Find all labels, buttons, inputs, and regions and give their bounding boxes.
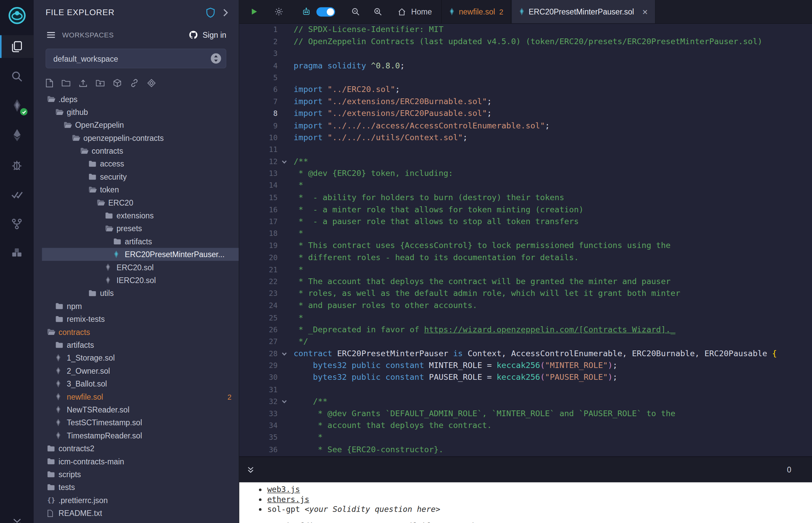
code-line[interactable]: 12/** <box>239 156 812 168</box>
code-line[interactable]: 36 * See {ERC20-constructor}. <box>239 444 812 456</box>
script-config-gear-icon[interactable] <box>274 7 284 17</box>
tree-file[interactable]: README.txt <box>42 506 239 519</box>
tree-folder[interactable]: contracts2 <box>42 442 239 455</box>
tree-folder[interactable]: contracts <box>42 326 239 338</box>
tree-folder[interactable]: ERC20 <box>42 196 239 209</box>
sidebar-deploy-run-button[interactable] <box>0 124 34 147</box>
github-signin-button[interactable]: Sign in <box>189 30 226 39</box>
tree-file[interactable]: ERC20.sol <box>42 261 239 274</box>
code-line[interactable]: 11 <box>239 144 812 156</box>
terminal-output[interactable]: web3.jsethers.jssol-gpt <your Solidity q… <box>239 482 812 523</box>
link-icon[interactable] <box>130 78 139 87</box>
remixai-copilot-icon[interactable] <box>301 7 311 17</box>
collapse-sidebar-chevrons-icon[interactable] <box>11 517 22 523</box>
upload-folder-icon[interactable] <box>96 79 105 87</box>
code-line[interactable]: 6import "../ERC20.sol"; <box>239 84 812 96</box>
tree-folder[interactable]: utils <box>42 287 239 300</box>
tree-folder[interactable]: .deps <box>42 93 239 106</box>
tree-folder[interactable]: icm-contracts-main <box>42 455 239 468</box>
terminal-library-link[interactable]: ethers.js <box>267 495 309 504</box>
terminal-library-link[interactable]: web3.js <box>267 485 300 494</box>
zoom-out-icon[interactable] <box>351 7 360 17</box>
sidebar-git-button[interactable] <box>0 212 34 235</box>
publish-gist-icon[interactable] <box>147 78 156 87</box>
tree-file[interactable]: IERC20.sol <box>42 274 239 286</box>
sidebar-debugger-button[interactable] <box>0 153 34 176</box>
tree-file[interactable]: TimestampReader.sol <box>42 429 239 442</box>
remix-logo[interactable] <box>6 5 27 25</box>
tab-ERC20PresetMinterPauser.sol[interactable]: ERC20PresetMinterPauser.sol× <box>511 0 655 23</box>
terminal-expand-chevrons-icon[interactable] <box>247 465 255 474</box>
tree-folder[interactable]: contracts <box>42 144 239 157</box>
code-line[interactable]: 33 * @dev Grants `DEFAULT_ADMIN_ROLE`, `… <box>239 408 812 420</box>
tree-file[interactable]: newfile.sol2 <box>42 390 239 403</box>
sidebar-solidity-compiler-button[interactable] <box>0 94 34 117</box>
code-line[interactable]: 21 * <box>239 264 812 276</box>
code-editor[interactable]: 1// SPDX-License-Identifier: MIT2// Open… <box>239 24 812 457</box>
code-line[interactable]: 24 * and pauser roles to other accounts. <box>239 300 812 312</box>
code-line[interactable]: 10import "../../../utils/Context.sol"; <box>239 132 812 144</box>
tree-file[interactable]: {}.prettierrc.json <box>42 494 239 506</box>
code-line[interactable]: 9import "../../../access/AccessControlEn… <box>239 120 812 132</box>
tree-file[interactable]: 3_Ballot.sol <box>42 377 239 390</box>
code-line[interactable]: 30 bytes32 public constant PAUSER_ROLE =… <box>239 372 812 384</box>
tab-home[interactable]: Home <box>397 7 432 17</box>
code-line[interactable]: 32 /** <box>239 396 812 408</box>
code-line[interactable]: 20 * different roles - head to its docum… <box>239 252 812 264</box>
fold-chevron-icon[interactable] <box>278 396 291 408</box>
code-line[interactable]: 35 * <box>239 432 812 444</box>
workspace-switch-icon[interactable] <box>210 53 222 65</box>
fold-chevron-icon[interactable] <box>278 348 291 360</box>
code-line[interactable]: 8import "../extensions/ERC20Pausable.sol… <box>239 108 812 120</box>
tree-folder[interactable]: OpenZeppelin <box>42 119 239 131</box>
code-line[interactable]: 34 * account that deploys the contract. <box>239 420 812 432</box>
tree-folder[interactable]: artifacts <box>42 338 239 351</box>
tree-folder[interactable]: artifacts <box>42 235 239 248</box>
run-script-button[interactable] <box>249 7 258 16</box>
fold-chevron-icon[interactable] <box>278 156 291 168</box>
workspace-selector[interactable]: default_workspace <box>46 49 226 68</box>
tree-folder[interactable]: security <box>42 170 239 183</box>
tree-folder[interactable]: openzeppelin-contracts <box>42 131 239 144</box>
tab-close-icon[interactable]: × <box>642 7 648 17</box>
tree-file[interactable]: 2_Owner.sol <box>42 364 239 377</box>
sidebar-file-explorer-button[interactable] <box>0 35 34 58</box>
code-line[interactable]: 18 * <box>239 228 812 240</box>
code-line[interactable]: 5 <box>239 72 812 84</box>
workspace-template-cube-icon[interactable] <box>113 78 122 87</box>
code-line[interactable]: 26 * _Deprecated in favor of https://wiz… <box>239 324 812 336</box>
code-line[interactable]: 27 */ <box>239 336 812 348</box>
tab-newfile.sol[interactable]: newfile.sol2 <box>441 0 511 23</box>
sidebar-plugin-manager-button[interactable] <box>0 241 34 265</box>
code-line[interactable]: 23 * roles, as well as the default admin… <box>239 288 812 300</box>
chevron-right-icon[interactable] <box>223 8 228 17</box>
tree-folder[interactable]: remix-tests <box>42 313 239 326</box>
new-file-icon[interactable] <box>46 78 53 87</box>
tree-folder[interactable]: extensions <box>42 209 239 222</box>
tree-folder[interactable]: token <box>42 183 239 196</box>
code-line[interactable]: 13 * @dev {ERC20} token, including: <box>239 168 812 180</box>
code-line[interactable]: 19 * This contract uses {AccessControl} … <box>239 240 812 252</box>
new-folder-icon[interactable] <box>62 79 70 87</box>
code-line[interactable]: 28contract ERC20PresetMinterPauser is Co… <box>239 348 812 360</box>
tree-file[interactable]: ERC20PresetMinterPauser... <box>42 248 239 261</box>
code-line[interactable]: 3 <box>239 48 812 60</box>
tree-folder[interactable]: github <box>42 106 239 118</box>
shield-icon[interactable] <box>206 7 215 18</box>
zoom-in-icon[interactable] <box>373 7 383 17</box>
tree-folder[interactable]: npm <box>42 300 239 312</box>
hamburger-menu-icon[interactable] <box>46 31 56 38</box>
sidebar-search-button[interactable] <box>0 65 34 88</box>
tree-folder[interactable]: scripts <box>42 468 239 481</box>
code-line[interactable]: 1// SPDX-License-Identifier: MIT <box>239 24 812 36</box>
tree-folder[interactable]: presets <box>42 222 239 235</box>
sidebar-unit-testing-button[interactable] <box>0 183 34 205</box>
code-line[interactable]: 25 * <box>239 312 812 324</box>
copilot-toggle-on[interactable] <box>316 7 335 17</box>
code-line[interactable]: 7import "../extensions/ERC20Burnable.sol… <box>239 96 812 108</box>
tree-folder[interactable]: tests <box>42 481 239 494</box>
code-line[interactable]: 2// OpenZeppelin Contracts (last updated… <box>239 36 812 48</box>
code-line[interactable]: 14 * <box>239 180 812 192</box>
code-line[interactable]: 15 * - ability for holders to burn (dest… <box>239 192 812 204</box>
code-line[interactable]: 29 bytes32 public constant MINTER_ROLE =… <box>239 360 812 372</box>
